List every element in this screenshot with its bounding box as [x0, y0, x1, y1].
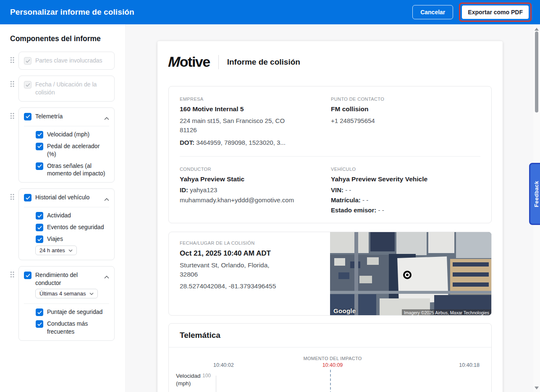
- scrollbar-thumb[interactable]: [535, 31, 538, 112]
- checkbox-vehicle-history[interactable]: [24, 194, 31, 201]
- page-title: Personalizar informe de colisión: [10, 8, 134, 17]
- motive-logo: Motive: [168, 54, 210, 70]
- component-label: Historial del vehículo: [35, 193, 89, 201]
- report-title: Informe de colisión: [227, 57, 300, 67]
- component-row-vehicle-history: Historial del vehículo Actividad Eventos…: [0, 183, 126, 260]
- check-icon: [26, 59, 30, 63]
- component-row-telemetry: Telemetría Velocidad (mph) Pedal de acel…: [0, 102, 126, 183]
- trips-range-select[interactable]: 24 h antes: [35, 246, 77, 255]
- check-icon: [37, 164, 42, 168]
- vehicle-vin: VIN: - -: [331, 186, 480, 193]
- plot-area: [216, 376, 490, 392]
- feedback-tab-label: Feedback: [533, 181, 540, 207]
- check-icon: [37, 322, 42, 326]
- scroll-down-arrow-icon[interactable]: [535, 387, 539, 389]
- sidebar-heading: Componentes del informe: [0, 24, 126, 46]
- check-icon: [26, 274, 30, 277]
- checkbox-other-signals[interactable]: [36, 162, 43, 170]
- parties-info-card: EMPRESA 160 Motive Internal 5 224 main s…: [168, 86, 492, 223]
- feedback-tab[interactable]: Feedback: [529, 163, 540, 225]
- report-header: Motive Informe de colisión: [168, 54, 492, 70]
- check-icon: [26, 115, 30, 118]
- chevron-up-icon[interactable]: [104, 114, 109, 122]
- contact-phone: +1 2485795654: [331, 116, 480, 125]
- vehicle-block: VEHÍCULO Yahya Preview Severity Vehicle …: [331, 167, 480, 214]
- map-texture: [330, 291, 491, 294]
- checkbox-disabled-checked: [24, 81, 31, 89]
- subcomponent-label: Conductas más frecuentes: [47, 320, 97, 336]
- chevron-up-icon[interactable]: [104, 273, 109, 280]
- driver-label: CONDUCTOR: [180, 167, 331, 172]
- contact-name: FM collision: [331, 105, 480, 113]
- y-axis-label: Velocidad (mph): [176, 372, 203, 387]
- component-card-key-parties: Partes clave involucradas: [18, 52, 115, 70]
- x-tick-start: 10:40:02: [213, 362, 234, 368]
- map-texture: [334, 258, 345, 266]
- map-texture: [330, 232, 369, 253]
- map-texture: [338, 272, 349, 279]
- component-label: Fecha / Ubicación de la colisión: [35, 81, 109, 97]
- checkbox-top-behaviors[interactable]: [36, 320, 43, 328]
- check-icon: [37, 226, 42, 230]
- component-label: Telemetría: [35, 112, 63, 120]
- map-attribution: Imagery ©2025 Airbus, Maxar Technologies: [402, 309, 491, 316]
- google-logo: Google: [333, 307, 356, 314]
- header-actions: Cancelar Exportar como PDF: [412, 3, 532, 22]
- export-button-highlight: Exportar como PDF: [459, 3, 532, 22]
- check-icon: [37, 238, 42, 241]
- customize-collision-report-screen: Personalizar informe de colisión Cancela…: [0, 0, 540, 392]
- checkbox-safety-events[interactable]: [36, 224, 43, 231]
- subcomponent-label: Viajes: [47, 235, 63, 243]
- checkbox-telemetry[interactable]: [24, 113, 31, 120]
- driver-email: muhammady.khan+yddd@gomotive.com: [180, 196, 331, 204]
- company-contact-section: EMPRESA 160 Motive Internal 5 224 main s…: [169, 86, 491, 156]
- export-pdf-button[interactable]: Exportar como PDF: [462, 5, 529, 19]
- checkbox-activity[interactable]: [36, 212, 43, 220]
- driver-name: Yahya Preview Static: [180, 175, 331, 183]
- incident-coordinates: 28.5274042084, -81.3793496455: [180, 282, 330, 290]
- map-texture: [370, 232, 395, 251]
- checkbox-trips[interactable]: [36, 235, 43, 243]
- checkbox-speed[interactable]: [36, 131, 43, 139]
- performance-range-select[interactable]: Últimas 4 semanas: [35, 289, 98, 298]
- component-row-date-location: Fecha / Ubicación de la colisión: [0, 70, 126, 102]
- component-card-date-location: Fecha / Ubicación de la colisión: [18, 76, 115, 102]
- contact-block: PUNTO DE CONTACTO FM collision +1 248579…: [331, 97, 480, 147]
- incident-details: FECHA/LUGAR DE LA COLISIÓN Oct 21, 2025 …: [169, 232, 330, 315]
- chevron-up-icon[interactable]: [104, 195, 109, 203]
- check-icon: [37, 311, 42, 314]
- telematics-heading: Telemática: [169, 324, 491, 348]
- checkbox-accel-pedal[interactable]: [36, 143, 43, 150]
- impact-dashed-line: [330, 370, 331, 392]
- incident-label: FECHA/LUGAR DE LA COLISIÓN: [180, 240, 330, 246]
- contact-label: PUNTO DE CONTACTO: [331, 97, 480, 102]
- cancel-button[interactable]: Cancelar: [412, 5, 453, 19]
- vehicle-name: Yahya Preview Severity Vehicle: [331, 175, 480, 183]
- drag-handle-icon[interactable]: [10, 193, 15, 260]
- map-texture: [453, 272, 489, 277]
- subcomponent-label: Puntaje de seguridad: [47, 308, 102, 316]
- x-tick-end: 10:40:18: [459, 362, 480, 368]
- telematics-card: Telemática MOMENTO DEL IMPACTO 10:40:02 …: [168, 323, 492, 392]
- card-divider: [24, 126, 109, 126]
- drag-handle-icon[interactable]: [10, 112, 15, 183]
- company-block: EMPRESA 160 Motive Internal 5 224 main s…: [180, 97, 331, 147]
- telemetry-chart: MOMENTO DEL IMPACTO 10:40:02 10:40:09 10…: [169, 347, 491, 392]
- report-components-sidebar: Componentes del informe Partes clave inv…: [0, 24, 126, 392]
- vehicle-plate: Matrícula: - -: [331, 196, 480, 204]
- drag-handle-icon[interactable]: [10, 81, 15, 102]
- performance-range-value: Últimas 4 semanas: [39, 290, 86, 297]
- driver-block: CONDUCTOR Yahya Preview Static ID: yahya…: [180, 167, 331, 214]
- drag-handle-icon[interactable]: [10, 271, 15, 341]
- company-name: 160 Motive Internal 5: [180, 105, 331, 113]
- scroll-up-arrow-icon[interactable]: [535, 28, 539, 31]
- satellite-map: Google Imagery ©2025 Airbus, Maxar Techn…: [330, 232, 491, 316]
- subcomponent-label: Actividad: [47, 212, 71, 220]
- checkbox-safety-score[interactable]: [36, 308, 43, 316]
- x-tick-impact: 10:40:09: [316, 362, 349, 368]
- card-divider: [24, 207, 109, 207]
- drag-handle-icon[interactable]: [10, 57, 15, 70]
- map-texture: [456, 232, 491, 258]
- subcomponent-label: Eventos de seguridad: [47, 223, 104, 231]
- checkbox-driver-performance[interactable]: [24, 272, 31, 279]
